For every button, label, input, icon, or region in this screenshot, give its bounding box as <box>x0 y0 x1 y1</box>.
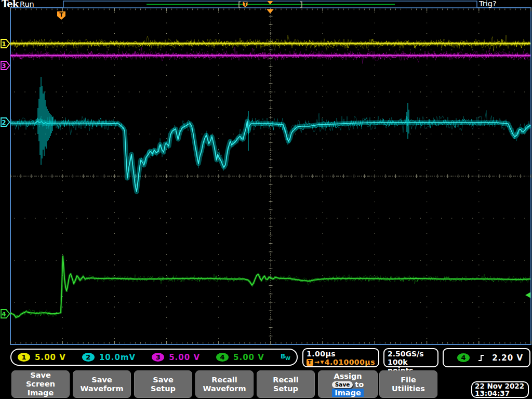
delay-value: 4.010000µs <box>325 358 375 366</box>
save-screen-image-button[interactable]: Save Screen Image <box>11 370 70 398</box>
file-utilities-button[interactable]: File Utilities <box>379 370 437 398</box>
ch1-readout: 1 5.00 V <box>18 353 66 362</box>
oscilloscope-screen: TT1324 Tek Run Trig? 1 5.00 V 2 10.0mV 3… <box>0 0 532 399</box>
ch4-badge: 4 <box>216 353 229 362</box>
rising-edge-icon <box>477 353 485 363</box>
ch2-ground-marker: 2 <box>1 118 10 126</box>
ch4-ground-marker: 4 <box>1 310 10 318</box>
arrow-right-icon: → <box>314 358 320 366</box>
trigger-readout: 4 2.20 V <box>443 348 530 367</box>
recall-setup-button[interactable]: Recall Setup <box>257 370 315 398</box>
sample-rate: 2.50GS/s <box>388 350 434 358</box>
timebase-value: 1.00µs <box>307 350 375 358</box>
expansion-triangle-icon: ▼ <box>320 358 324 366</box>
acquisition-status: Run <box>20 0 34 8</box>
recall-waveform-button[interactable]: Recall Waveform <box>195 370 254 398</box>
datetime-box: 22 Nov 2022 13:04:37 <box>471 381 529 398</box>
horizontal-readout: 1.00µs T → ▼ 4.010000µs <box>302 348 379 367</box>
assign-save-button[interactable]: Assign Save to Image <box>318 370 378 398</box>
svg-text:2: 2 <box>2 119 6 126</box>
tek-logo: Tek <box>2 0 18 9</box>
ch2-scale: 10.0mV <box>99 353 136 362</box>
ch1-scale: 5.00 V <box>35 353 66 362</box>
trigger-t-icon: T <box>307 359 313 366</box>
save-key-icon: Save <box>332 381 353 388</box>
record-view-bar: T <box>63 1 477 8</box>
ch2-badge: 2 <box>82 353 95 362</box>
time: 13:04:37 <box>475 390 525 397</box>
date: 22 Nov 2022 <box>475 382 525 390</box>
channel-readout-bar: 1 5.00 V 2 10.0mV 3 5.00 V 4 5.00 V BW <box>10 349 298 366</box>
acquisition-readout: 2.50GS/s 100k points <box>383 348 438 367</box>
ch3-badge: 3 <box>152 353 164 362</box>
save-setup-button[interactable]: Save Setup <box>134 370 192 398</box>
svg-text:T: T <box>244 2 247 7</box>
trigger-source-badge: 4 <box>457 353 470 362</box>
ch3-readout: 3 5.00 V <box>152 353 200 362</box>
delay-readout: T → ▼ 4.010000µs <box>307 358 375 366</box>
trigger-status: Trig? <box>479 0 497 8</box>
ch4-readout: 4 5.00 V <box>216 353 264 362</box>
ch4-scale: 5.00 V <box>233 353 264 362</box>
trigger-level: 2.20 V <box>492 353 523 363</box>
ch1-badge: 1 <box>18 353 30 362</box>
ch1-ground-marker: 1 <box>1 39 10 48</box>
save-waveform-button[interactable]: Save Waveform <box>73 370 131 398</box>
ch2-readout: 2 10.0mV <box>82 353 136 362</box>
ch3-ground-marker: 3 <box>1 61 10 70</box>
svg-text:1: 1 <box>2 41 6 48</box>
assign-target: Image <box>332 389 364 397</box>
ch3-scale: 5.00 V <box>169 353 200 362</box>
svg-text:3: 3 <box>2 62 6 70</box>
waveform-display: TT1324 <box>0 0 532 399</box>
svg-text:4: 4 <box>2 311 6 318</box>
bandwidth-limit-icon: BW <box>281 353 290 361</box>
svg-text:T: T <box>59 11 63 18</box>
